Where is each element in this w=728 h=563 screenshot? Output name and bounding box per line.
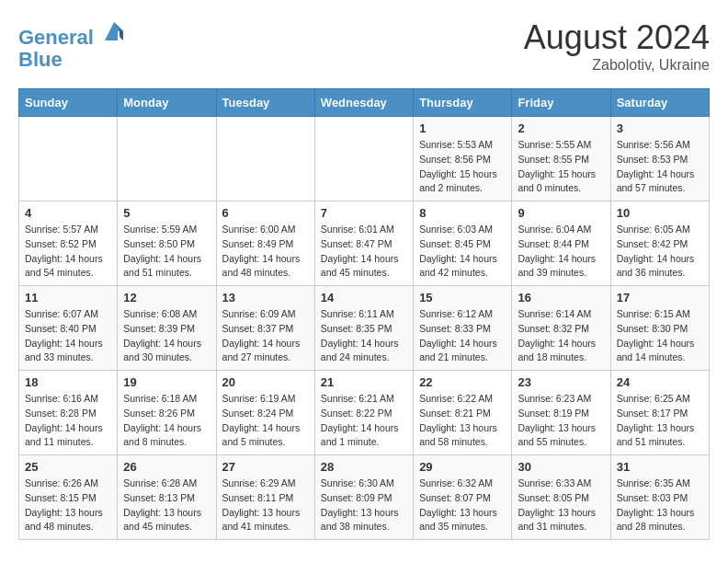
- calendar-cell: [118, 117, 216, 201]
- calendar-cell: 14Sunrise: 6:11 AMSunset: 8:35 PMDayligh…: [314, 286, 413, 371]
- calendar-table: Sunday Monday Tuesday Wednesday Thursday…: [18, 88, 710, 540]
- day-number: 16: [518, 291, 604, 304]
- day-info: Sunrise: 6:00 AMSunset: 8:49 PMDaylight:…: [222, 223, 309, 281]
- page-header: General Blue August 2024 Zabolotiv, Ukra…: [18, 18, 710, 74]
- calendar-cell: 21Sunrise: 6:21 AMSunset: 8:22 PMDayligh…: [314, 371, 413, 455]
- day-info: Sunrise: 5:59 AMSunset: 8:50 PMDaylight:…: [123, 223, 210, 281]
- day-info: Sunrise: 6:07 AMSunset: 8:40 PMDaylight:…: [25, 307, 111, 365]
- calendar-cell: 10Sunrise: 6:05 AMSunset: 8:42 PMDayligh…: [610, 201, 709, 286]
- day-info: Sunrise: 6:04 AMSunset: 8:44 PMDaylight:…: [518, 223, 604, 281]
- logo-text: General: [18, 18, 127, 49]
- logo: General Blue: [18, 18, 127, 71]
- calendar-week-row: 1Sunrise: 5:53 AMSunset: 8:56 PMDaylight…: [19, 117, 710, 201]
- day-info: Sunrise: 6:01 AMSunset: 8:47 PMDaylight:…: [321, 223, 407, 281]
- day-info: Sunrise: 6:23 AMSunset: 8:19 PMDaylight:…: [518, 392, 604, 450]
- calendar-week-row: 25Sunrise: 6:26 AMSunset: 8:15 PMDayligh…: [19, 455, 710, 540]
- day-number: 9: [518, 206, 604, 220]
- day-info: Sunrise: 6:03 AMSunset: 8:45 PMDaylight:…: [419, 223, 506, 281]
- day-number: 15: [419, 291, 506, 304]
- day-info: Sunrise: 6:26 AMSunset: 8:15 PMDaylight:…: [25, 477, 111, 534]
- day-info: Sunrise: 6:28 AMSunset: 8:13 PMDaylight:…: [123, 477, 210, 534]
- day-number: 25: [25, 460, 111, 474]
- calendar-cell: 1Sunrise: 5:53 AMSunset: 8:56 PMDaylight…: [414, 117, 512, 201]
- day-number: 4: [25, 206, 111, 220]
- day-number: 14: [321, 291, 407, 304]
- calendar-cell: 6Sunrise: 6:00 AMSunset: 8:49 PMDaylight…: [216, 201, 314, 286]
- calendar-cell: 17Sunrise: 6:15 AMSunset: 8:30 PMDayligh…: [610, 286, 709, 371]
- location: Zabolotiv, Ukraine: [524, 57, 710, 74]
- logo-general: General: [18, 26, 94, 49]
- day-number: 19: [123, 375, 210, 389]
- title-area: August 2024 Zabolotiv, Ukraine: [524, 18, 710, 74]
- day-info: Sunrise: 6:11 AMSunset: 8:35 PMDaylight:…: [321, 307, 407, 365]
- day-info: Sunrise: 6:14 AMSunset: 8:32 PMDaylight:…: [518, 307, 604, 365]
- calendar-cell: 23Sunrise: 6:23 AMSunset: 8:19 PMDayligh…: [512, 371, 610, 455]
- calendar-week-row: 18Sunrise: 6:16 AMSunset: 8:28 PMDayligh…: [19, 371, 710, 455]
- day-info: Sunrise: 6:15 AMSunset: 8:30 PMDaylight:…: [617, 307, 703, 365]
- calendar-cell: [19, 117, 118, 201]
- day-number: 26: [123, 460, 210, 474]
- calendar-cell: 4Sunrise: 5:57 AMSunset: 8:52 PMDaylight…: [19, 201, 118, 286]
- calendar-cell: 12Sunrise: 6:08 AMSunset: 8:39 PMDayligh…: [118, 286, 216, 371]
- calendar-cell: 18Sunrise: 6:16 AMSunset: 8:28 PMDayligh…: [19, 371, 118, 455]
- day-number: 10: [617, 206, 703, 220]
- day-info: Sunrise: 6:19 AMSunset: 8:24 PMDaylight:…: [222, 392, 309, 450]
- day-info: Sunrise: 6:18 AMSunset: 8:26 PMDaylight:…: [123, 392, 210, 450]
- calendar-header: Sunday Monday Tuesday Wednesday Thursday…: [19, 89, 710, 117]
- day-number: 18: [25, 375, 111, 389]
- calendar-week-row: 11Sunrise: 6:07 AMSunset: 8:40 PMDayligh…: [19, 286, 710, 371]
- day-number: 22: [419, 375, 506, 389]
- day-number: 5: [123, 206, 210, 220]
- calendar-cell: 25Sunrise: 6:26 AMSunset: 8:15 PMDayligh…: [19, 455, 118, 540]
- day-number: 20: [222, 375, 309, 389]
- day-info: Sunrise: 6:16 AMSunset: 8:28 PMDaylight:…: [25, 392, 111, 450]
- calendar-cell: 5Sunrise: 5:59 AMSunset: 8:50 PMDaylight…: [118, 201, 216, 286]
- calendar-cell: 20Sunrise: 6:19 AMSunset: 8:24 PMDayligh…: [216, 371, 314, 455]
- calendar-cell: 8Sunrise: 6:03 AMSunset: 8:45 PMDaylight…: [414, 201, 512, 286]
- day-number: 24: [617, 375, 703, 389]
- col-thursday: Thursday: [414, 89, 512, 117]
- day-info: Sunrise: 6:21 AMSunset: 8:22 PMDaylight:…: [321, 392, 407, 450]
- day-number: 7: [321, 206, 407, 220]
- day-info: Sunrise: 6:25 AMSunset: 8:17 PMDaylight:…: [617, 392, 703, 450]
- calendar-cell: 9Sunrise: 6:04 AMSunset: 8:44 PMDaylight…: [512, 201, 610, 286]
- calendar-cell: 28Sunrise: 6:30 AMSunset: 8:09 PMDayligh…: [314, 455, 413, 540]
- calendar-cell: 24Sunrise: 6:25 AMSunset: 8:17 PMDayligh…: [610, 371, 709, 455]
- calendar-cell: [216, 117, 314, 201]
- calendar-cell: 19Sunrise: 6:18 AMSunset: 8:26 PMDayligh…: [118, 371, 216, 455]
- col-wednesday: Wednesday: [314, 89, 413, 117]
- calendar-cell: 27Sunrise: 6:29 AMSunset: 8:11 PMDayligh…: [216, 455, 314, 540]
- calendar-week-row: 4Sunrise: 5:57 AMSunset: 8:52 PMDaylight…: [19, 201, 710, 286]
- calendar-cell: 16Sunrise: 6:14 AMSunset: 8:32 PMDayligh…: [512, 286, 610, 371]
- day-info: Sunrise: 6:30 AMSunset: 8:09 PMDaylight:…: [321, 477, 407, 534]
- day-info: Sunrise: 6:29 AMSunset: 8:11 PMDaylight:…: [222, 477, 309, 534]
- col-saturday: Saturday: [610, 89, 709, 117]
- calendar-cell: 3Sunrise: 5:56 AMSunset: 8:53 PMDaylight…: [610, 117, 709, 201]
- day-number: 12: [123, 291, 210, 304]
- day-number: 2: [518, 121, 604, 135]
- day-number: 11: [25, 291, 111, 304]
- day-number: 8: [419, 206, 506, 220]
- day-number: 21: [321, 375, 407, 389]
- calendar-cell: 7Sunrise: 6:01 AMSunset: 8:47 PMDaylight…: [314, 201, 413, 286]
- day-info: Sunrise: 6:33 AMSunset: 8:05 PMDaylight:…: [518, 477, 604, 534]
- calendar-cell: 11Sunrise: 6:07 AMSunset: 8:40 PMDayligh…: [19, 286, 118, 371]
- day-number: 27: [222, 460, 309, 474]
- day-number: 1: [419, 121, 506, 135]
- day-number: 29: [419, 460, 506, 474]
- col-sunday: Sunday: [19, 89, 118, 117]
- logo-blue: Blue: [18, 49, 127, 71]
- day-number: 28: [321, 460, 407, 474]
- day-info: Sunrise: 6:08 AMSunset: 8:39 PMDaylight:…: [123, 307, 210, 365]
- col-friday: Friday: [512, 89, 610, 117]
- calendar-cell: 30Sunrise: 6:33 AMSunset: 8:05 PMDayligh…: [512, 455, 610, 540]
- day-info: Sunrise: 6:12 AMSunset: 8:33 PMDaylight:…: [419, 307, 506, 365]
- day-number: 6: [222, 206, 309, 220]
- day-info: Sunrise: 5:55 AMSunset: 8:55 PMDaylight:…: [518, 138, 604, 196]
- calendar-cell: 31Sunrise: 6:35 AMSunset: 8:03 PMDayligh…: [610, 455, 709, 540]
- day-number: 3: [617, 121, 703, 135]
- day-info: Sunrise: 5:56 AMSunset: 8:53 PMDaylight:…: [617, 138, 703, 196]
- day-info: Sunrise: 6:35 AMSunset: 8:03 PMDaylight:…: [617, 477, 703, 534]
- day-number: 13: [222, 291, 309, 304]
- day-number: 17: [617, 291, 703, 304]
